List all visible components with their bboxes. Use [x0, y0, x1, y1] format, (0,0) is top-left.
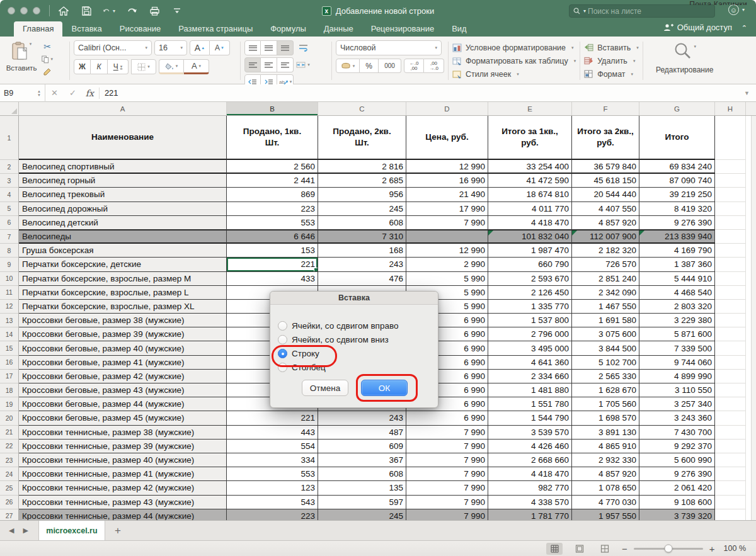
row-header-22[interactable]: 22 [0, 440, 19, 453]
radio-icon[interactable] [278, 335, 287, 344]
align-center-button[interactable] [261, 57, 277, 72]
cell-A25[interactable]: Кроссовки теннисные, размер 42 (мужские) [19, 481, 227, 495]
cell-G8[interactable]: 4 169 790 [639, 244, 715, 258]
cell-E2[interactable]: 33 254 400 [488, 160, 572, 174]
cell-C27[interactable]: 245 [318, 509, 406, 520]
column-header-C[interactable]: C [318, 102, 406, 115]
cell-A18[interactable]: Кроссовки беговые, размер 43 (мужские) [19, 383, 227, 397]
row-header-13[interactable]: 13 [0, 314, 19, 327]
insert-cells-button[interactable]: Вставить▾ [584, 41, 639, 54]
cell-H26[interactable] [715, 496, 746, 509]
radio-option-1[interactable]: Ячейки, со сдвигом вправо [278, 319, 438, 332]
traffic-lights[interactable] [8, 7, 40, 14]
tab-Рисование[interactable]: Рисование [111, 21, 169, 37]
cell-F26[interactable]: 4 770 030 [572, 496, 639, 509]
cell-B7[interactable]: 6 646 [227, 230, 318, 244]
sheet-tab[interactable]: microexcel.ru [38, 521, 105, 540]
row-header-8[interactable]: 8 [0, 244, 19, 258]
cancel-entry-icon[interactable]: ✕ [51, 88, 58, 98]
format-as-table-button[interactable]: Форматировать как таблицу▾ [452, 54, 576, 67]
cell-H7[interactable] [715, 230, 746, 244]
cell-A10[interactable]: Перчатки боксерские, взрослые, размер M [19, 272, 227, 286]
column-header-A[interactable]: A [19, 102, 227, 115]
cell-A26[interactable]: Кроссовки теннисные, размер 43 (мужские) [19, 496, 227, 509]
cell-F16[interactable]: 5 102 700 [572, 356, 639, 370]
cell-D20[interactable]: 6 990 [406, 411, 488, 425]
cell-G9[interactable]: 1 387 360 [639, 258, 715, 271]
cell-B20[interactable]: 221 [227, 411, 318, 425]
cell-C2[interactable]: 2 816 [318, 160, 406, 174]
cell-G20[interactable]: 3 243 360 [639, 411, 715, 425]
format-painter-icon[interactable] [42, 67, 53, 76]
cell-H15[interactable] [715, 341, 746, 355]
cell-A14[interactable]: Кроссовки беговые, размер 39 (мужские) [19, 327, 227, 341]
cell-C7[interactable]: 7 310 [318, 230, 406, 244]
cell-A22[interactable]: Кроссовки теннисные, размер 39 (мужские) [19, 440, 227, 453]
cell-A13[interactable]: Кроссовки беговые, размер 38 (мужские) [19, 314, 227, 327]
cell-H23[interactable] [715, 453, 746, 467]
radio-option-3[interactable]: Строку [278, 346, 438, 360]
share-button[interactable]: Общий доступ [663, 23, 732, 32]
zoom-slider-knob[interactable] [664, 545, 672, 553]
cell-E24[interactable]: 4 418 470 [488, 467, 572, 481]
cell-F25[interactable]: 1 078 650 [572, 481, 639, 495]
decrease-decimal-button[interactable]: ,00 →.0 [424, 59, 444, 73]
cell-C6[interactable]: 608 [318, 216, 406, 230]
cell-H13[interactable] [715, 314, 746, 327]
paste-button[interactable]: ▾ Вставить [5, 40, 38, 81]
close-window-button[interactable] [8, 7, 15, 14]
cell-D10[interactable]: 5 990 [406, 272, 488, 286]
row-header-26[interactable]: 26 [0, 496, 19, 509]
column-header-F[interactable]: F [572, 102, 639, 115]
cell-E16[interactable]: 4 641 360 [488, 356, 572, 370]
cell-B4[interactable]: 869 [227, 188, 318, 201]
cell-E1[interactable]: Итого за 1кв., руб. [488, 116, 572, 160]
tab-Вставка[interactable]: Вставка [62, 21, 110, 37]
cell-D23[interactable]: 7 990 [406, 453, 488, 467]
ok-button[interactable]: ОК [361, 380, 408, 396]
cell-B21[interactable]: 443 [227, 426, 318, 440]
cell-G19[interactable]: 3 257 340 [639, 397, 715, 411]
cell-F18[interactable]: 1 628 670 [572, 383, 639, 397]
name-box-stepper-icon[interactable]: ▲▼ [37, 89, 41, 97]
cell-H12[interactable] [715, 300, 746, 314]
row-header-4[interactable]: 4 [0, 188, 19, 201]
increase-decimal-button[interactable]: ←.0 ,00 [404, 59, 424, 73]
merge-cells-icon[interactable]: ▾ [295, 59, 311, 71]
cell-styles-button[interactable]: Стили ячеек▾ [452, 67, 576, 81]
cell-E27[interactable]: 1 781 770 [488, 509, 572, 520]
cell-F9[interactable]: 726 570 [572, 258, 639, 271]
cell-E19[interactable]: 1 551 780 [488, 397, 572, 411]
tab-Рецензирование[interactable]: Рецензирование [362, 21, 443, 37]
cell-D9[interactable]: 2 990 [406, 258, 488, 271]
formula-input[interactable]: 221 [105, 88, 118, 98]
cell-D2[interactable]: 12 990 [406, 160, 488, 174]
cell-C26[interactable]: 597 [318, 496, 406, 509]
cell-F14[interactable]: 3 075 600 [572, 327, 639, 341]
wrap-text-icon[interactable] [295, 42, 311, 54]
cell-D27[interactable]: 7 990 [406, 509, 488, 520]
cell-D6[interactable]: 7 990 [406, 216, 488, 230]
cell-E21[interactable]: 3 539 570 [488, 426, 572, 440]
cell-B5[interactable]: 223 [227, 202, 318, 216]
font-color-button[interactable]: А▾ [184, 59, 209, 74]
cell-G5[interactable]: 8 419 320 [639, 202, 715, 216]
cell-A3[interactable]: Велосипед горный [19, 174, 227, 188]
cell-A7[interactable]: Велосипеды [19, 230, 227, 244]
row-header-16[interactable]: 16 [0, 356, 19, 370]
cell-D24[interactable]: 7 990 [406, 467, 488, 481]
row-header-15[interactable]: 15 [0, 341, 19, 355]
cell-E18[interactable]: 1 481 880 [488, 383, 572, 397]
row-header-9[interactable]: 9 [0, 258, 19, 271]
cell-H25[interactable] [715, 481, 746, 495]
toolbar-options-icon[interactable] [171, 4, 183, 17]
cell-F19[interactable]: 1 705 560 [572, 397, 639, 411]
cell-C5[interactable]: 245 [318, 202, 406, 216]
cell-F21[interactable]: 3 891 130 [572, 426, 639, 440]
row-header-10[interactable]: 10 [0, 272, 19, 286]
row-header-6[interactable]: 6 [0, 216, 19, 230]
tab-Разметка страницы[interactable]: Разметка страницы [169, 21, 261, 37]
radio-icon[interactable] [278, 363, 287, 372]
row-header-7[interactable]: 7 [0, 230, 19, 244]
cut-icon[interactable]: ✂ [42, 42, 53, 51]
